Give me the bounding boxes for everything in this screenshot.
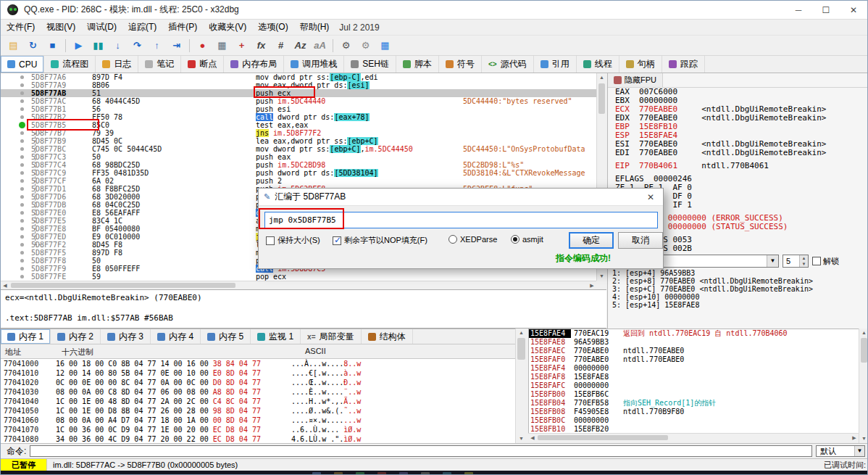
tab-内存 1[interactable]: 内存 1 [1,329,51,344]
breakpoint-dot-icon[interactable] [19,122,25,128]
dump-row[interactable]: 770410401C 00 1E 00 48 8D 04 77 2A 00 2C… [1,397,515,406]
tab-CPU[interactable]: CPU [1,56,44,73]
disasm-row[interactable]: 5D8F77FE59pop ecx [1,273,596,281]
cancel-button[interactable]: 取消 [618,232,663,249]
argument-count-stepper[interactable]: 5 ▲▼ [783,255,809,268]
dump-row[interactable]: 7704108034 00 36 00 4C D9 04 77 20 00 22… [1,434,515,443]
call-argument[interactable]: 1: [esp+4] 96A59BB3 [608,269,868,277]
spinner-arrows-icon[interactable]: ▲▼ [799,255,808,267]
chevron-down-icon[interactable]: ▼ [854,446,864,456]
call-argument[interactable]: 5: [esp+14] 15E8FAE8 [608,301,868,309]
scroll-up-icon[interactable]: ▲ [859,329,868,337]
scroll-down-icon[interactable]: ▼ [516,434,527,443]
command-input[interactable] [30,445,812,457]
stack-row[interactable]: 15E8FAF0770EABE0ntdll.770EABE0 [529,355,859,364]
stack-vscrollbar[interactable]: ▲ ▼ [859,329,868,443]
step-out-icon[interactable]: ↑ [148,37,166,54]
scroll-left-icon[interactable]: ◀ [528,434,537,442]
tab-引用[interactable]: 引用 [534,56,577,73]
stack-row[interactable]: 15E8FB04770EFB58指向SEH_Record[1]的指针 [529,399,859,408]
scroll-thumb[interactable] [538,435,668,440]
tab-源代码[interactable]: <>源代码 [482,56,534,73]
tab-符号[interactable]: 符号 [439,56,482,73]
menu-item-5[interactable]: 收藏夹(V) [203,20,252,35]
tools-icon[interactable]: ⚙ [356,37,375,54]
disasm-row[interactable]: 5D8F77B2FF50 78call dword ptr ds:[eax+78… [1,113,596,121]
maximize-button[interactable]: ☐ [812,1,840,19]
chevron-down-icon[interactable]: ▼ [767,255,778,267]
pause-icon[interactable]: ▮▮ [89,37,107,54]
stack-row[interactable]: 15E8FAF815E8FAE8 [529,373,859,381]
tab-跟踪[interactable]: 跟踪 [662,56,705,73]
dump-vscrollbar[interactable]: ▲ ▼ [515,329,527,443]
run-icon[interactable]: ▶ [70,37,88,54]
menu-item-6[interactable]: 选项(O) [252,20,293,35]
tab-局部变量[interactable]: x=局部变量 [301,329,361,344]
disasm-row[interactable]: 5D8F77B156push esi [1,105,596,113]
stack-row[interactable]: 15E8FAFC00000000 [529,381,859,390]
tab-内存 3[interactable]: 内存 3 [101,329,151,344]
az-icon[interactable]: Az [291,37,309,54]
stack-row[interactable]: 15E8FAF400000000 [529,364,859,373]
tab-内存 2[interactable]: 内存 2 [51,329,101,344]
dump-row[interactable]: 7704101012 00 14 00 80 5B 04 77 0E 00 10… [1,368,515,378]
scroll-thumb[interactable] [861,338,867,363]
restart-icon[interactable]: ↻ [24,37,42,54]
step-into-icon[interactable]: ↓ [109,37,127,54]
fill-nop-checkbox[interactable]: 剩余字节以NOP填充(F) [333,235,427,246]
disasm-row[interactable]: 5D8F77AB51push ecx [1,89,596,97]
scroll-up-icon[interactable]: ▲ [597,73,606,82]
stack-row[interactable]: 15E8FB0C00000000 [529,416,859,425]
stack-row[interactable]: 15E8FB1015E8FB20 [529,425,859,433]
scroll-down-icon[interactable]: ▼ [859,434,868,443]
step-over-icon[interactable]: ↷ [128,37,146,54]
disasm-row[interactable]: 5D8F77CF6A 02push 2 [1,177,596,185]
memory-map-icon[interactable]: ▦ [213,37,231,54]
scroll-thumb[interactable] [517,338,525,360]
disasm-row[interactable]: 5D8F77A6897D F4mov dword ptr ss:[ebp-C],… [1,73,596,81]
disasm-row[interactable]: 5D8F77BCC745 0C 5044C45Dmov dword ptr ss… [1,145,596,153]
dump-row[interactable]: 7704103008 00 0A 00 C8 8D 04 77 06 00 08… [1,387,515,397]
disasm-row[interactable]: 5D8F77C9FF35 0481D35Dpush dword ptr ds:[… [1,169,596,177]
open-file-icon[interactable]: ▤ [4,37,22,54]
register-line[interactable]: EDI 770EABE0 <ntdll.DbgUiRemoteBreakin> [608,149,868,157]
menu-item-4[interactable]: 插件(P) [162,20,203,35]
tab-线程[interactable]: 线程 [577,56,619,73]
stack-row[interactable]: 15E8FAE4770EAC19返回到 ntdll.770EAC19 自 ntd… [529,329,859,338]
stop-icon[interactable]: ■ [43,37,62,54]
stack-row[interactable]: 15E8FB0015E8FB6C [529,390,859,399]
dump-row[interactable]: 7704106008 00 0A 00 A4 D7 04 77 18 00 1A… [1,416,515,425]
tab-句柄[interactable]: 句柄 [619,56,662,73]
menu-item-2[interactable]: 调试(D) [81,20,122,35]
asmjit-radio[interactable]: asmjit [511,235,543,244]
minimize-button[interactable]: ─ [785,1,812,19]
assemble-instruction-input[interactable] [264,212,658,228]
call-argument[interactable]: 4: [esp+10] 00000000 [608,293,868,301]
keep-size-checkbox[interactable]: 保持大小(S) [266,235,320,246]
dialog-close-icon[interactable]: ✕ [638,192,663,202]
memory-dump-panel[interactable]: 7704100016 00 18 00 C0 8B 04 77 14 00 16… [1,359,515,443]
aa-icon[interactable]: aA [311,37,329,54]
scroll-down-icon[interactable]: ▼ [597,272,606,281]
settings-icon[interactable]: ⚙ [337,37,355,54]
command-profile-select[interactable]: 默认 ▼ [816,445,865,457]
patch-icon[interactable]: + [233,37,251,54]
stack-panel[interactable]: 15E8FAE4770EAC19返回到 ntdll.770EAC19 自 ntd… [528,329,859,433]
tab-脚本[interactable]: 脚本 [396,56,439,73]
hash-icon[interactable]: # [272,37,290,54]
disasm-row[interactable]: 5D8F77B98D45 0Clea eax,dword ptr ss:[ebp… [1,137,596,145]
run-to-cursor-icon[interactable]: ⇥ [167,37,185,54]
tab-结构体[interactable]: 结构体 [362,329,413,344]
scroll-right-icon[interactable]: ▶ [850,434,859,442]
dump-row[interactable]: 770410501C 00 1E 00 D8 8B 04 77 26 00 28… [1,406,515,416]
close-button[interactable]: ✕ [840,1,867,19]
dump-row[interactable]: 770410701C 00 36 00 0C D9 04 77 1E 00 20… [1,425,515,434]
stack-row[interactable]: 15E8FB08F45905E8ntdll.770B9F80 [529,408,859,416]
disassembly-hscrollbar[interactable]: ◀ ▶ [1,281,596,289]
tab-笔记[interactable]: 笔记 [138,56,181,73]
disasm-row[interactable]: 5D8F77C468 98BDC25Dpush im.5DC2BD985DC2B… [1,161,596,169]
dump-row[interactable]: 770410200C 00 0E 00 00 8C 04 77 0A 00 0C… [1,378,515,387]
tab-内存 5[interactable]: 内存 5 [201,329,251,344]
stack-hscrollbar[interactable]: ◀ ▶ [528,433,859,442]
menu-item-7[interactable]: 帮助(H) [294,20,335,35]
